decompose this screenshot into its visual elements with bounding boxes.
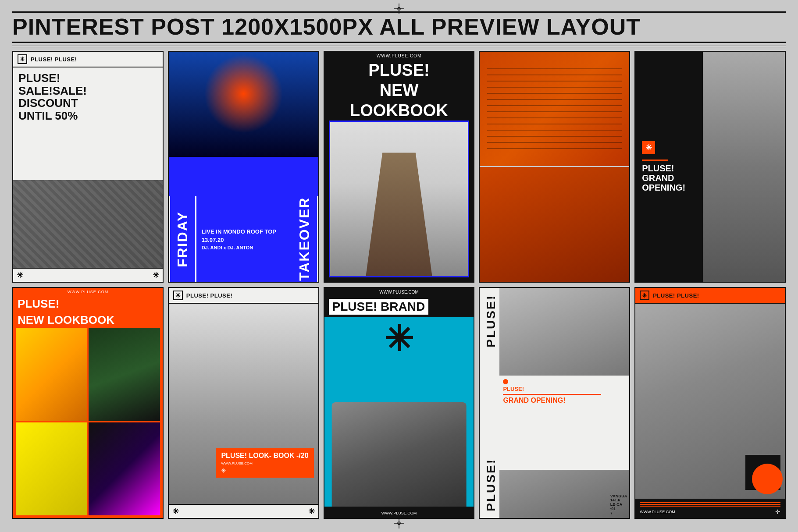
opening-text-2: GRAND [642,173,674,183]
orange-asterisk-box: ✳ [642,141,655,154]
card1-footer: ✳ ✳ [13,268,163,282]
card-sale: ✳ PLUSE! PLUSE! PLUSE! SALE!SALE! DISCOU… [12,51,164,283]
footer-cross-icon: ✛ [775,508,780,515]
lookbook-inner [330,122,468,276]
asterisk-icon-1: ✳ [20,56,25,63]
orange-wall-visual [480,52,629,166]
crosshair-top [394,4,404,14]
card7-image: PLUSE! LOOK- BOOK -/20 WWW.PLUSE.COM ✳ [169,304,318,504]
card8-footer-www: WWW.PLUSE.COM [381,511,417,515]
vertical-text-takeover: TAKEOVER [292,196,318,282]
photo-orange-wall [480,52,629,167]
grand-opening-title-1: PLUSE! [503,386,626,392]
opening-text-1: PLUSE! [642,163,674,173]
card1-body: PLUSE! SALE!SALE! DISCOUNT UNTIL 50% [13,67,163,180]
card7-header: ✳ PLUSE! PLUSE! [169,288,318,304]
main-wrapper: PINTEREST POST 1200X1500PX ALL PREVIEW L… [0,0,798,532]
sale-text-1: PLUSE! [18,72,157,85]
sale-text-4: UNTIL 50% [18,110,157,122]
asterisk-box-10: ✳ [640,291,649,300]
grid-photo-yellow-jacket [16,328,87,421]
badge-text-2: LOOK- [249,452,272,459]
badge-asterisk: ✳ [221,467,308,474]
card2-info: LIVE IN MONDO ROOF TOP 13.07.20 DJ. ANDI… [195,196,292,282]
footer-line-1 [640,502,780,503]
asterisk-box-1: ✳ [18,54,27,64]
brand-title-bar: PLUSE! BRAND [324,296,474,317]
dj-visual [169,52,318,157]
thin-line-2 [12,47,786,47]
yellow-object-visual [16,422,87,515]
grand-opening-title-2: GRAND OPENING! [503,397,626,404]
thin-line-1 [12,46,786,46]
card6-www: WWW.PLUSE.COM [18,290,158,294]
card10-header-label: PLUSE! PLUSE! [653,292,699,299]
card7-footer-asterisk-right: ✳ [308,507,315,516]
sitting-person-visual [89,328,160,421]
grid-photo-yellow-object [16,422,87,515]
footer-asterisk-right: ✳ [153,270,159,280]
card-grand-opening-vertical: PLUSE! PLUSE! PLUSE! GRAND OPENING! VANG… [479,287,630,519]
lookbook-title-3: LOOKBOOK [324,100,474,121]
badge-text-4: -/20 [296,452,309,459]
yellow-jacket-visual [16,328,87,421]
model-silhouette [358,153,441,276]
card8-footer: WWW.PLUSE.COM [324,507,474,518]
card-lookbook-black: WWW.PLUSE.COM PLUSE! NEW LOOKBOOK [324,51,475,283]
card7-header-label: PLUSE! PLUSE! [186,292,232,299]
card-grand-opening-black: ✳ ✳ PLUSE! GRAND OPENING! ✳ [634,51,786,283]
lookbook-title-1: PLUSE! [324,60,474,80]
big-asterisk-brand: ✳ [384,322,413,357]
card10-header: ✳ PLUSE! PLUSE! [635,288,785,304]
card3-header: WWW.PLUSE.COM [324,52,474,60]
title-divider-bottom [12,42,786,43]
brand-title: PLUSE! BRAND [329,299,429,315]
card2-side-text: FRIDAY LIVE IN MONDO ROOF TOP 13.07.20 D… [169,196,318,282]
crosshair-bottom [394,518,404,528]
card9-top-photo [499,288,629,376]
vangua-text: VANGUA141.6LB·CA·917 [610,494,627,516]
card6-grid [13,328,163,518]
card1-header-label: PLUSE! PLUSE! [31,56,77,63]
orange-dot [503,379,508,384]
asterisk-icon-7: ✳ [175,292,181,299]
grid-photo-neon [89,422,160,515]
card3-www: WWW.PLUSE.COM [329,53,470,58]
page-title: PINTEREST POST 1200X1500PX ALL PREVIEW L… [12,15,786,38]
card-model-lookbook: ✳ PLUSE! PLUSE! PLUSE! LOOK- BOOK -/20 W… [168,287,319,519]
dash-line [642,160,668,161]
card9-bottom-photo: VANGUA141.6LB·CA·917 [499,470,629,518]
neon-hands-visual [89,422,160,515]
card-friday-takeover: FRIDAY LIVE IN MONDO ROOF TOP 13.07.20 D… [168,51,319,283]
orange-badge: PLUSE! LOOK- BOOK -/20 WWW.PLUSE.COM ✳ [216,448,314,478]
footer-line-3 [640,506,780,507]
card1-image [13,180,163,268]
shoe-visual [13,180,163,268]
vert-pluse-bottom: PLUSE! [484,458,498,511]
sale-text-3: DISCOUNT [18,97,157,110]
vert-pluse-top: PLUSE! [484,294,498,348]
photo-skate-ramp [480,167,629,282]
card-brand-teal: WWW.PLUSE.COM PLUSE! BRAND ✳ WWW.PLUSE.C… [324,287,475,519]
card-orange-pluse: ✳ PLUSE! PLUSE! WWW.PLUSE.COM ✛ [634,287,786,519]
badge-text-1: PLUSE! [221,452,247,459]
sneaker-photo [332,402,467,507]
card10-footer: WWW.PLUSE.COM ✛ [635,499,785,518]
footer-bottom: WWW.PLUSE.COM ✛ [640,508,780,515]
card10-footer-www: WWW.PLUSE.COM [640,510,675,514]
lookbook-title-2: NEW [324,80,474,100]
card3-inner-image [329,121,470,277]
card6-title-2: NEW LOOKBOOK [13,312,163,328]
card7-footer-asterisk-left: ✳ [172,507,179,516]
orange-circle [752,464,783,494]
person-photo [703,52,785,282]
card-photos-orange [479,51,630,283]
card7-footer: ✳ ✳ [169,504,318,518]
card8-header: WWW.PLUSE.COM [324,288,474,296]
event-dj: DJ. ANDI x DJ. ANTON [202,245,287,250]
card6-header: WWW.PLUSE.COM [13,288,163,296]
badge-text-3: BOOK [274,452,295,459]
badge-url: WWW.PLUSE.COM [221,461,308,465]
event-title: LIVE IN MONDO ROOF TOP [202,228,287,235]
vertical-text-friday: FRIDAY [169,196,195,282]
